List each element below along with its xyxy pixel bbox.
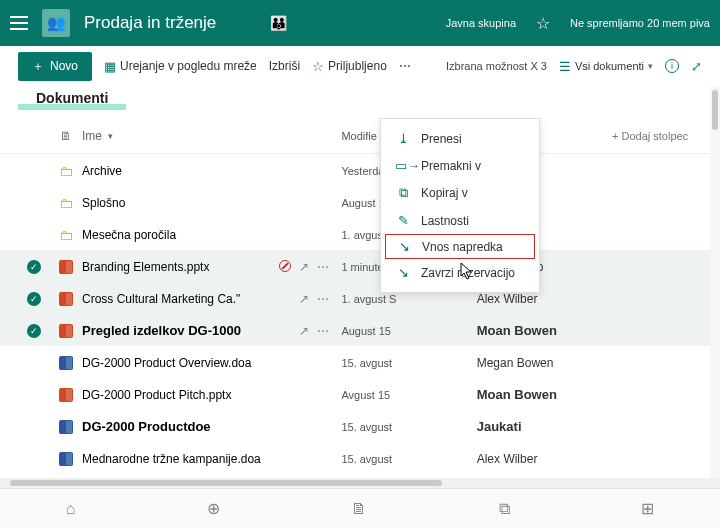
doc-icon[interactable]: 🗎 <box>351 500 367 518</box>
more-icon[interactable]: ⋯ <box>317 292 329 306</box>
share-icon[interactable]: ↗ <box>299 324 309 338</box>
file-name[interactable]: Branding Elements.pptx <box>82 260 209 274</box>
table-row[interactable]: ✓Branding Elements.pptx↗⋯1 minute 090Skr… <box>0 250 720 282</box>
table-row[interactable]: DG-2000 Product Overview.doa15. avgustMe… <box>0 346 720 378</box>
site-logo[interactable]: 👥 <box>42 9 70 37</box>
modified-cell: 15. avgust <box>341 357 476 369</box>
overflow-button[interactable]: ⋯ <box>399 59 411 73</box>
app-header: 👥 Prodaja in trženje 👪 Javna skupina ☆ N… <box>0 0 720 46</box>
word-icon <box>59 452 73 466</box>
teams-icon[interactable]: 👪 <box>270 15 287 31</box>
favorite-label: Priljubljeno <box>328 59 387 73</box>
powerpoint-icon <box>59 324 73 338</box>
column-header-row: 🗎 Ime ▾ Modifie ▾ ▾ + Dodaj stolpec <box>0 118 720 154</box>
modified-by-cell: Megan Bowen <box>477 356 612 370</box>
add-column-button[interactable]: + Dodaj stolpec <box>612 130 702 142</box>
type-column-icon[interactable]: 🗎 <box>50 129 82 143</box>
menu-item-label: Kopiraj v <box>421 186 468 200</box>
file-name[interactable]: Archive <box>82 164 122 178</box>
view-label: Vsi dokumenti <box>575 60 644 72</box>
name-column-label: Ime <box>82 129 102 143</box>
selection-count: Izbrana možnost X 3 <box>446 60 547 72</box>
modified-by-cell: Alex Wilber <box>477 292 612 306</box>
table-row[interactable]: 🗀Mesečna poročila1. avgust <box>0 218 720 250</box>
command-bar: ＋ Novo ▦ Urejanje v pogledu mreže Izbriš… <box>0 46 720 86</box>
file-name[interactable]: Mednarodne tržne kampanije.doa <box>82 452 261 466</box>
menu-item-props[interactable]: ✎Lastnosti <box>381 207 539 234</box>
modified-cell: Avgust 15 <box>341 389 476 401</box>
menu-item-move[interactable]: ▭→Premakni v <box>381 152 539 179</box>
delete-button[interactable]: Izbriši <box>269 59 300 73</box>
menu-item-label: Lastnosti <box>421 214 469 228</box>
add-column-label: Dodaj stolpec <box>621 130 688 142</box>
menu-item-download[interactable]: ⤓Prenesi <box>381 125 539 152</box>
horizontal-scrollbar[interactable] <box>0 478 720 488</box>
folder-icon: 🗀 <box>59 195 73 211</box>
folder-icon: 🗀 <box>59 227 73 243</box>
modified-cell: 15. avgust <box>341 421 476 433</box>
modified-by-cell: Moan Bowen <box>477 323 612 338</box>
checkmark-icon[interactable]: ✓ <box>27 260 41 274</box>
table-row[interactable]: 🗀ArchiveYesterday <box>0 154 720 186</box>
edit-grid-label: Urejanje v pogledu mreže <box>120 59 257 73</box>
bottom-nav: ⌂ ⊕ 🗎 ⧉ ⊞ <box>0 488 720 528</box>
file-name[interactable]: Pregled izdelkov DG-1000 <box>82 323 241 338</box>
delete-label: Izbriši <box>269 59 300 73</box>
edit-grid-button[interactable]: ▦ Urejanje v pogledu mreže <box>104 59 257 74</box>
new-button[interactable]: ＋ Novo <box>18 52 92 81</box>
table-row[interactable]: ✓Cross Cultural Marketing Ca."↗⋯1. avgus… <box>0 282 720 314</box>
hamburger-icon[interactable] <box>10 16 28 30</box>
modified-by-cell: Alex Wilber <box>477 452 612 466</box>
folder-icon: 🗀 <box>59 163 73 179</box>
chevron-down-icon: ▾ <box>108 131 113 141</box>
follow-label[interactable]: Ne spremljamo 20 mem piva <box>570 17 710 29</box>
share-icon[interactable]: ↗ <box>299 260 309 274</box>
file-name[interactable]: DG-2000 Product Pitch.pptx <box>82 388 231 402</box>
globe-icon[interactable]: ⊕ <box>207 499 220 518</box>
group-type-label: Javna skupina <box>446 17 516 29</box>
view-selector[interactable]: ☰ Vsi dokumenti ▾ <box>559 59 653 74</box>
checkmark-icon[interactable]: ✓ <box>27 324 41 338</box>
table-row[interactable]: ✓Pregled izdelkov DG-1000↗⋯August 15Moan… <box>0 314 720 346</box>
home-icon[interactable]: ⌂ <box>66 500 76 518</box>
more-icon[interactable]: ⋯ <box>317 324 329 338</box>
share-icon[interactable]: ↗ <box>299 292 309 306</box>
star-icon[interactable]: ☆ <box>536 14 550 33</box>
info-icon[interactable]: i <box>665 59 679 73</box>
modified-by-cell: Jaukati <box>477 419 612 434</box>
file-name[interactable]: DG-2000 Product Overview.doa <box>82 356 251 370</box>
discard-icon: ↘ <box>395 265 411 280</box>
table-row[interactable]: DG-2000 Product Pitch.pptxAvgust 15Moan … <box>0 378 720 410</box>
star-outline-icon: ☆ <box>312 59 324 74</box>
menu-item-copy[interactable]: ⧉Kopiraj v <box>381 179 539 207</box>
modified-cell: 1. avgust S <box>341 293 476 305</box>
new-button-label: Novo <box>50 59 78 73</box>
grid-icon[interactable]: ⊞ <box>641 499 654 518</box>
cursor-icon <box>460 262 474 280</box>
grid-icon: ▦ <box>104 59 116 74</box>
menu-item-label: Prenesi <box>421 132 462 146</box>
file-name[interactable]: DG-2000 Productdoe <box>82 419 211 434</box>
modified-column-label: Modifie <box>341 130 376 142</box>
file-name[interactable]: Cross Cultural Marketing Ca." <box>82 292 240 306</box>
copy-icon: ⧉ <box>395 185 411 201</box>
powerpoint-icon <box>59 292 73 306</box>
expand-icon[interactable]: ⤢ <box>691 59 702 74</box>
table-row[interactable]: DG-2000 Productdoe15. avgustJaukati <box>0 410 720 442</box>
list-icon: ☰ <box>559 59 571 74</box>
table-row[interactable]: 🗀SplošnoAugust 1 <box>0 186 720 218</box>
file-name[interactable]: Mesečna poročila <box>82 228 176 242</box>
name-column-header[interactable]: Ime ▾ <box>82 129 271 143</box>
document-list: 🗎 Ime ▾ Modifie ▾ ▾ + Dodaj stolpec 🗀Arc… <box>0 118 720 518</box>
word-icon <box>59 356 73 370</box>
more-icon[interactable]: ⋯ <box>317 260 329 274</box>
file-name[interactable]: Splošno <box>82 196 125 210</box>
modified-cell: 15. avgust <box>341 453 476 465</box>
vertical-scrollbar[interactable] <box>710 86 720 478</box>
menu-item-checkin[interactable]: ↘Vnos napredka <box>385 234 535 259</box>
favorite-button[interactable]: ☆ Priljubljeno <box>312 59 387 74</box>
menu-item-label: Vnos napredka <box>422 240 503 254</box>
people-icon[interactable]: ⧉ <box>499 500 510 518</box>
table-row[interactable]: Mednarodne tržne kampanije.doa15. avgust… <box>0 442 720 474</box>
checkmark-icon[interactable]: ✓ <box>27 292 41 306</box>
